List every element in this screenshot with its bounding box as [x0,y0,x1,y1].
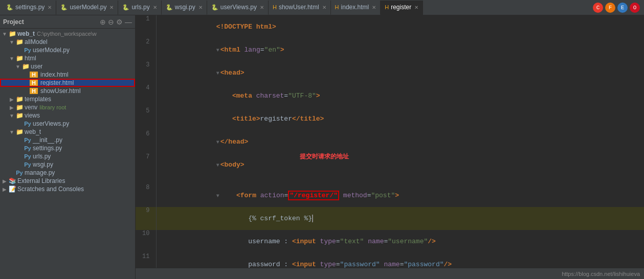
tab-settings[interactable]: 🐍 settings.py ✕ [2,1,56,15]
spacer [23,80,30,86]
folder-icon: 📁 [15,38,24,45]
tab-close[interactable]: ✕ [260,5,264,10]
code-line-10: 10 username : <input type="text" name="u… [136,230,644,253]
root-label: web_t [17,30,35,37]
tab-usermodel[interactable]: 🐍 userModel.py ✕ [56,1,118,15]
sidebar-item-templates[interactable]: ▶ 📁 templates [0,95,135,103]
sidebar-item-external-libs[interactable]: ▶ 📚 External Libraries [0,177,135,185]
spacer [23,88,30,94]
sidebar-item-userviews-py[interactable]: Py userViews.py [0,120,135,128]
sidebar-item-html[interactable]: ▼ 📁 html [0,54,135,62]
spacer [16,121,24,127]
tab-userviews[interactable]: 🐍 userViews.py ✕ [207,1,269,15]
tree-label: html [25,55,36,62]
code-container[interactable]: 1 <!DOCTYPE html> 2 ▼<html lang="en"> [136,15,644,268]
tree-label: urls.py [33,153,51,160]
html-file-icon: H [30,80,38,86]
html-file-icon: H [30,72,38,78]
expand-arrow: ▼ [8,56,15,61]
sidebar-item-scratches[interactable]: ▶ 📝 Scratches and Consoles [0,185,135,193]
tab-index[interactable]: H index.html ✕ [331,1,381,15]
code-line-3: 3 ▼<head> [136,61,644,84]
tab-close[interactable]: ✕ [109,5,114,10]
editor-area: 1 <!DOCTYPE html> 2 ▼<html lang="en"> [136,15,644,279]
tab-showuser[interactable]: H showUser.html ✕ [269,1,331,15]
minimize-icon[interactable]: — [125,18,132,26]
sidebar: Project ⊕ ⊖ ⚙ — ▼ 📁 web_t C:\python_work… [0,15,136,279]
line-content: ▼</head> [156,130,644,153]
sidebar-item-settings-py[interactable]: Py settings.py [0,144,135,152]
sidebar-item-venv[interactable]: ▶ 📁 venv library root [0,103,135,111]
tab-register[interactable]: H register ✕ [381,1,423,15]
folder-icon: 📁 [8,30,16,37]
line-number: 1 [136,15,156,38]
fold-arrow: ▼ [216,162,219,168]
sidebar-item-manage-py[interactable]: Py manage.py [0,169,135,177]
spacer [16,154,24,159]
expand-arrow: ▼ [8,39,15,45]
tab-bar: 🐍 settings.py ✕ 🐍 userModel.py ✕ 🐍 urls.… [0,0,644,15]
main-layout: Project ⊕ ⊖ ⚙ — ▼ 📁 web_t C:\python_work… [0,15,644,279]
tab-close[interactable]: ✕ [198,5,203,10]
py-file-icon: Py [24,145,32,151]
csdn-url: https://blog.csdn.net/lishihuieva [562,271,640,277]
code-line-5: 5 <title>register</title> [136,107,644,130]
sidebar-item-index-html[interactable]: H index.html [0,71,135,79]
sidebar-item-wsgi-py[interactable]: Py wsgi.py [0,160,135,169]
sidebar-item-urls-py[interactable]: Py urls.py [0,152,135,160]
tab-close[interactable]: ✕ [48,5,52,10]
folder-icon: 📁 [15,96,24,103]
tab-close[interactable]: ✕ [414,5,418,10]
spacer [16,137,24,143]
folder-icon: 📁 [15,104,24,111]
line-content: {% csrf_token %} [156,207,644,230]
line-content: <title>register</title> [156,107,644,130]
tree-label: showUser.html [40,87,81,95]
sidebar-item-register-html[interactable]: H register.html [0,79,135,87]
sidebar-item-allmodel[interactable]: ▼ 📁 allModel [0,38,135,46]
tree-label: web_t [25,128,41,135]
line-number: 10 [136,230,156,253]
line-number: 4 [136,84,156,107]
tab-close[interactable]: ✕ [153,5,157,10]
folder-icon: 📁 [15,112,24,119]
line-number: 6 [136,130,156,153]
firefox-icon[interactable]: F [605,3,615,13]
line-content: password : <input type="password" name="… [156,253,644,268]
sidebar-item-web-t-sub[interactable]: ▼ 📁 web_t [0,128,135,136]
code-line-2: 2 ▼<html lang="en"> [136,38,644,61]
html-icon: H [273,4,277,10]
chrome-icon[interactable]: C [593,3,603,13]
tab-close[interactable]: ✕ [322,5,326,10]
spacer [23,72,30,78]
sidebar-item-showuser-html[interactable]: H showUser.html [0,87,135,95]
line-content: <!DOCTYPE html> [156,15,644,38]
spacer [16,162,24,168]
tree-label: views [25,112,40,119]
sync-icon[interactable]: ⊖ [108,18,114,26]
tree-label: settings.py [33,145,62,152]
py-file-icon: Py [24,47,32,53]
tab-close[interactable]: ✕ [372,5,376,10]
tree-root[interactable]: ▼ 📁 web_t C:\python_workspace\w [0,30,135,38]
sidebar-item-views[interactable]: ▼ 📁 views [0,111,135,120]
tab-urls[interactable]: 🐍 urls.py ✕ [118,1,161,15]
line-content: ▼<html lang="en"> [156,38,644,61]
opera-icon[interactable]: O [630,3,640,13]
line-number: 9 [136,207,156,230]
sidebar-item-init-py[interactable]: Py __init__.py [0,136,135,144]
tree-label: wsgi.py [33,161,53,168]
line-number: 3 [136,61,156,84]
settings-icon[interactable]: ⚙ [116,18,123,26]
py-file-icon: Py [24,121,32,127]
add-icon[interactable]: ⊕ [100,18,106,26]
fold-arrow: ▼ [216,140,219,145]
line-number: 2 [136,38,156,61]
edge-icon[interactable]: E [617,3,628,13]
tab-wsgi[interactable]: 🐍 wsgi.py ✕ [162,1,207,15]
py-icon: 🐍 [122,4,129,11]
sidebar-item-user[interactable]: ▼ 📁 user [0,62,135,71]
sidebar-header-icons: ⊕ ⊖ ⚙ — [100,18,132,26]
code-line-7: 7 ▼<body> 提交时请求的地址 [136,153,644,184]
sidebar-item-usermodel[interactable]: Py userModel.py [0,46,135,54]
